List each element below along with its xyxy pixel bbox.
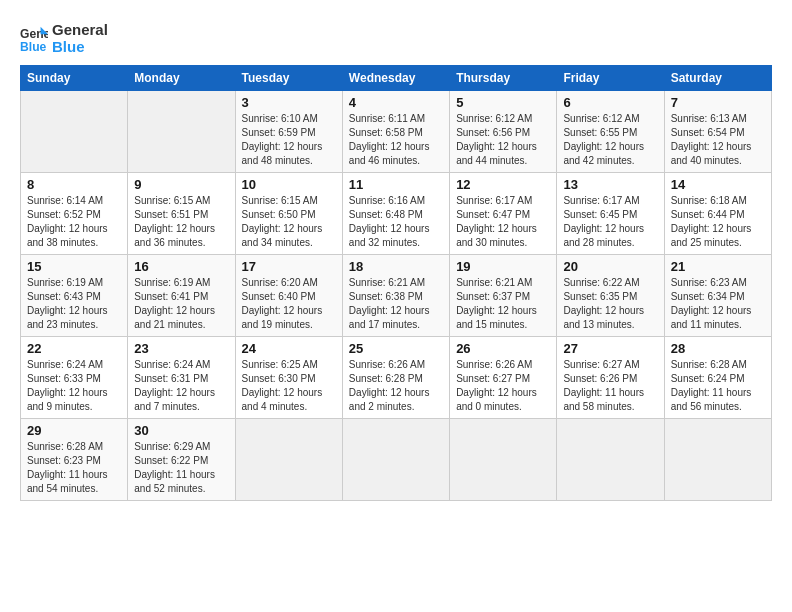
day-info: Sunrise: 6:27 AM Sunset: 6:26 PM Dayligh… — [563, 358, 657, 414]
day-number: 21 — [671, 259, 765, 274]
day-info: Sunrise: 6:19 AM Sunset: 6:43 PM Dayligh… — [27, 276, 121, 332]
day-number: 29 — [27, 423, 121, 438]
calendar-cell: 9Sunrise: 6:15 AM Sunset: 6:51 PM Daylig… — [128, 173, 235, 255]
calendar-cell: 4Sunrise: 6:11 AM Sunset: 6:58 PM Daylig… — [342, 91, 449, 173]
calendar-cell: 6Sunrise: 6:12 AM Sunset: 6:55 PM Daylig… — [557, 91, 664, 173]
calendar-cell: 10Sunrise: 6:15 AM Sunset: 6:50 PM Dayli… — [235, 173, 342, 255]
day-info: Sunrise: 6:20 AM Sunset: 6:40 PM Dayligh… — [242, 276, 336, 332]
day-info: Sunrise: 6:14 AM Sunset: 6:52 PM Dayligh… — [27, 194, 121, 250]
calendar-cell — [128, 91, 235, 173]
day-number: 15 — [27, 259, 121, 274]
day-info: Sunrise: 6:24 AM Sunset: 6:33 PM Dayligh… — [27, 358, 121, 414]
header: General Blue General Blue — [20, 18, 772, 55]
day-number: 19 — [456, 259, 550, 274]
calendar-cell: 22Sunrise: 6:24 AM Sunset: 6:33 PM Dayli… — [21, 337, 128, 419]
day-number: 14 — [671, 177, 765, 192]
day-info: Sunrise: 6:26 AM Sunset: 6:28 PM Dayligh… — [349, 358, 443, 414]
weekday-header-row: SundayMondayTuesdayWednesdayThursdayFrid… — [21, 66, 772, 91]
calendar-cell — [21, 91, 128, 173]
weekday-tuesday: Tuesday — [235, 66, 342, 91]
day-info: Sunrise: 6:15 AM Sunset: 6:51 PM Dayligh… — [134, 194, 228, 250]
calendar-cell: 3Sunrise: 6:10 AM Sunset: 6:59 PM Daylig… — [235, 91, 342, 173]
day-number: 28 — [671, 341, 765, 356]
day-info: Sunrise: 6:18 AM Sunset: 6:44 PM Dayligh… — [671, 194, 765, 250]
calendar-cell: 7Sunrise: 6:13 AM Sunset: 6:54 PM Daylig… — [664, 91, 771, 173]
day-number: 26 — [456, 341, 550, 356]
calendar-cell — [557, 419, 664, 501]
day-info: Sunrise: 6:13 AM Sunset: 6:54 PM Dayligh… — [671, 112, 765, 168]
calendar-cell — [450, 419, 557, 501]
calendar-cell: 25Sunrise: 6:26 AM Sunset: 6:28 PM Dayli… — [342, 337, 449, 419]
day-info: Sunrise: 6:17 AM Sunset: 6:47 PM Dayligh… — [456, 194, 550, 250]
day-info: Sunrise: 6:22 AM Sunset: 6:35 PM Dayligh… — [563, 276, 657, 332]
calendar-cell: 11Sunrise: 6:16 AM Sunset: 6:48 PM Dayli… — [342, 173, 449, 255]
day-number: 24 — [242, 341, 336, 356]
day-number: 12 — [456, 177, 550, 192]
week-row-4: 29Sunrise: 6:28 AM Sunset: 6:23 PM Dayli… — [21, 419, 772, 501]
day-number: 20 — [563, 259, 657, 274]
calendar-cell: 28Sunrise: 6:28 AM Sunset: 6:24 PM Dayli… — [664, 337, 771, 419]
day-number: 6 — [563, 95, 657, 110]
day-number: 13 — [563, 177, 657, 192]
calendar-cell: 27Sunrise: 6:27 AM Sunset: 6:26 PM Dayli… — [557, 337, 664, 419]
calendar-cell: 15Sunrise: 6:19 AM Sunset: 6:43 PM Dayli… — [21, 255, 128, 337]
weekday-saturday: Saturday — [664, 66, 771, 91]
calendar-cell: 20Sunrise: 6:22 AM Sunset: 6:35 PM Dayli… — [557, 255, 664, 337]
day-number: 16 — [134, 259, 228, 274]
calendar-cell: 13Sunrise: 6:17 AM Sunset: 6:45 PM Dayli… — [557, 173, 664, 255]
calendar-cell: 29Sunrise: 6:28 AM Sunset: 6:23 PM Dayli… — [21, 419, 128, 501]
day-number: 8 — [27, 177, 121, 192]
calendar-cell: 24Sunrise: 6:25 AM Sunset: 6:30 PM Dayli… — [235, 337, 342, 419]
calendar-cell — [235, 419, 342, 501]
day-number: 5 — [456, 95, 550, 110]
calendar-cell: 21Sunrise: 6:23 AM Sunset: 6:34 PM Dayli… — [664, 255, 771, 337]
day-info: Sunrise: 6:21 AM Sunset: 6:38 PM Dayligh… — [349, 276, 443, 332]
week-row-3: 22Sunrise: 6:24 AM Sunset: 6:33 PM Dayli… — [21, 337, 772, 419]
logo: General Blue General Blue — [20, 22, 108, 55]
day-info: Sunrise: 6:12 AM Sunset: 6:56 PM Dayligh… — [456, 112, 550, 168]
week-row-0: 3Sunrise: 6:10 AM Sunset: 6:59 PM Daylig… — [21, 91, 772, 173]
weekday-friday: Friday — [557, 66, 664, 91]
day-number: 22 — [27, 341, 121, 356]
day-number: 25 — [349, 341, 443, 356]
day-number: 7 — [671, 95, 765, 110]
day-info: Sunrise: 6:25 AM Sunset: 6:30 PM Dayligh… — [242, 358, 336, 414]
day-info: Sunrise: 6:24 AM Sunset: 6:31 PM Dayligh… — [134, 358, 228, 414]
day-number: 23 — [134, 341, 228, 356]
calendar-cell: 26Sunrise: 6:26 AM Sunset: 6:27 PM Dayli… — [450, 337, 557, 419]
svg-text:Blue: Blue — [20, 40, 47, 53]
day-info: Sunrise: 6:23 AM Sunset: 6:34 PM Dayligh… — [671, 276, 765, 332]
page-container: General Blue General Blue SundayMondayTu… — [0, 0, 792, 511]
day-number: 30 — [134, 423, 228, 438]
calendar-cell: 19Sunrise: 6:21 AM Sunset: 6:37 PM Dayli… — [450, 255, 557, 337]
week-row-2: 15Sunrise: 6:19 AM Sunset: 6:43 PM Dayli… — [21, 255, 772, 337]
calendar-cell: 17Sunrise: 6:20 AM Sunset: 6:40 PM Dayli… — [235, 255, 342, 337]
day-info: Sunrise: 6:26 AM Sunset: 6:27 PM Dayligh… — [456, 358, 550, 414]
day-number: 4 — [349, 95, 443, 110]
day-info: Sunrise: 6:17 AM Sunset: 6:45 PM Dayligh… — [563, 194, 657, 250]
calendar-cell: 8Sunrise: 6:14 AM Sunset: 6:52 PM Daylig… — [21, 173, 128, 255]
calendar-cell: 30Sunrise: 6:29 AM Sunset: 6:22 PM Dayli… — [128, 419, 235, 501]
calendar-cell: 23Sunrise: 6:24 AM Sunset: 6:31 PM Dayli… — [128, 337, 235, 419]
day-number: 11 — [349, 177, 443, 192]
calendar-cell: 5Sunrise: 6:12 AM Sunset: 6:56 PM Daylig… — [450, 91, 557, 173]
day-number: 17 — [242, 259, 336, 274]
day-info: Sunrise: 6:29 AM Sunset: 6:22 PM Dayligh… — [134, 440, 228, 496]
calendar-cell — [342, 419, 449, 501]
calendar-table: SundayMondayTuesdayWednesdayThursdayFrid… — [20, 65, 772, 501]
calendar-cell: 16Sunrise: 6:19 AM Sunset: 6:41 PM Dayli… — [128, 255, 235, 337]
day-number: 9 — [134, 177, 228, 192]
day-info: Sunrise: 6:28 AM Sunset: 6:24 PM Dayligh… — [671, 358, 765, 414]
weekday-sunday: Sunday — [21, 66, 128, 91]
day-info: Sunrise: 6:15 AM Sunset: 6:50 PM Dayligh… — [242, 194, 336, 250]
day-number: 10 — [242, 177, 336, 192]
day-info: Sunrise: 6:10 AM Sunset: 6:59 PM Dayligh… — [242, 112, 336, 168]
day-info: Sunrise: 6:19 AM Sunset: 6:41 PM Dayligh… — [134, 276, 228, 332]
day-info: Sunrise: 6:28 AM Sunset: 6:23 PM Dayligh… — [27, 440, 121, 496]
logo-blue: Blue — [52, 39, 108, 56]
calendar-cell: 14Sunrise: 6:18 AM Sunset: 6:44 PM Dayli… — [664, 173, 771, 255]
calendar-cell — [664, 419, 771, 501]
logo-general: General — [52, 22, 108, 39]
day-info: Sunrise: 6:16 AM Sunset: 6:48 PM Dayligh… — [349, 194, 443, 250]
logo-icon: General Blue — [20, 25, 48, 53]
